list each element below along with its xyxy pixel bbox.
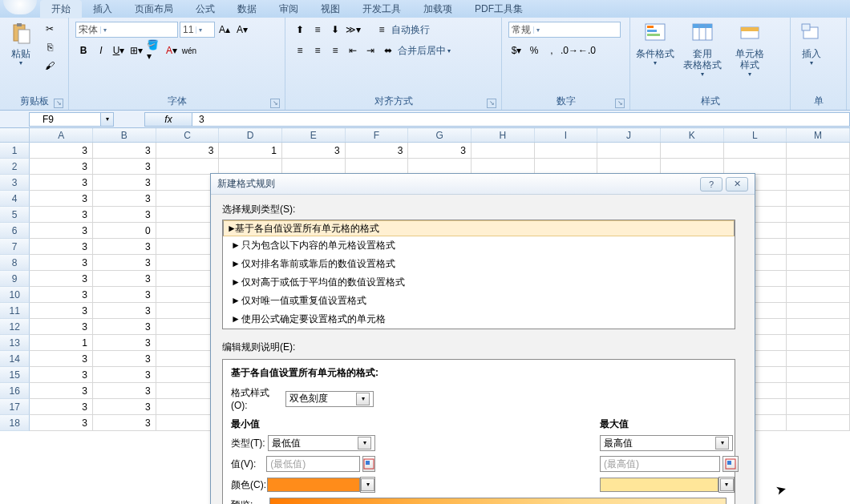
rule-type-item[interactable]: ► 使用公式确定要设置格式的单元格 — [223, 310, 735, 329]
row-header[interactable]: 16 — [0, 383, 30, 399]
cell[interactable]: 3 — [30, 239, 93, 255]
cell[interactable] — [787, 319, 850, 335]
cell[interactable] — [787, 335, 850, 351]
row-header[interactable]: 8 — [0, 255, 30, 271]
row-header[interactable]: 9 — [0, 271, 30, 287]
merge-center-icon[interactable]: ⬌ — [380, 42, 396, 58]
column-header[interactable]: I — [535, 128, 598, 142]
cell[interactable]: 3 — [156, 143, 220, 159]
cell[interactable]: 3 — [93, 399, 156, 415]
column-header[interactable]: G — [408, 128, 472, 142]
row-header[interactable]: 18 — [0, 415, 30, 431]
cell[interactable] — [597, 159, 661, 175]
wrap-text-icon[interactable]: ≡ — [374, 22, 390, 38]
max-type-select[interactable]: 最高值▾ — [600, 435, 733, 451]
cell[interactable] — [724, 143, 787, 159]
cell[interactable]: 1 — [219, 143, 282, 159]
cell[interactable]: 3 — [346, 143, 409, 159]
orientation-icon[interactable]: ≫▾ — [345, 22, 361, 38]
cell[interactable] — [787, 399, 850, 415]
cell[interactable] — [535, 159, 598, 175]
percent-icon[interactable]: % — [526, 42, 542, 58]
rule-type-item[interactable]: ► 仅对排名靠前或靠后的数值设置格式 — [223, 255, 735, 273]
border-icon[interactable]: ⊞▾ — [128, 42, 144, 58]
cell[interactable]: 3 — [93, 287, 156, 303]
decrease-font-icon[interactable]: A▾ — [234, 22, 250, 38]
number-format-combo[interactable]: 常规▾ — [508, 22, 621, 38]
cell[interactable]: 3 — [30, 383, 93, 399]
cell[interactable]: 3 — [93, 351, 156, 367]
rule-type-list[interactable]: ► 基于各自值设置所有单元格的格式► 只为包含以下内容的单元格设置格式► 仅对排… — [222, 220, 735, 329]
column-header[interactable]: E — [282, 128, 346, 142]
max-value-input[interactable]: (最高值) — [600, 456, 720, 472]
cell[interactable] — [787, 287, 850, 303]
cell[interactable]: 3 — [30, 175, 93, 191]
align-right-icon[interactable]: ≡ — [327, 42, 343, 58]
cell[interactable] — [597, 143, 661, 159]
align-bottom-icon[interactable]: ⬇ — [327, 22, 343, 38]
cell[interactable]: 3 — [30, 351, 93, 367]
cell[interactable]: 3 — [93, 319, 156, 335]
formula-input[interactable]: 3 — [192, 112, 850, 127]
underline-icon[interactable]: U▾ — [111, 42, 127, 58]
tab-addins[interactable]: 加载项 — [412, 0, 463, 18]
rule-type-item[interactable]: ► 仅对唯一值或重复值设置格式 — [223, 292, 735, 310]
cell[interactable]: 3 — [30, 223, 93, 239]
cut-icon[interactable]: ✂ — [42, 21, 58, 37]
cell[interactable]: 3 — [30, 319, 93, 335]
accounting-icon[interactable]: $▾ — [508, 42, 524, 58]
tab-formulas[interactable]: 公式 — [184, 0, 226, 18]
column-header[interactable]: D — [219, 128, 282, 142]
tab-layout[interactable]: 页面布局 — [123, 0, 184, 18]
row-header[interactable]: 15 — [0, 367, 30, 383]
cell[interactable]: 3 — [408, 143, 472, 159]
cell[interactable]: 1 — [30, 335, 93, 351]
dialog-launcher-icon[interactable]: ↘ — [487, 99, 496, 108]
dialog-launcher-icon[interactable]: ↘ — [270, 99, 280, 108]
cell[interactable]: 3 — [282, 143, 346, 159]
cell[interactable] — [787, 255, 850, 271]
cell[interactable]: 3 — [30, 303, 93, 319]
select-all-corner[interactable] — [0, 128, 30, 142]
range-picker-icon[interactable] — [362, 456, 375, 472]
cell[interactable]: 3 — [30, 143, 93, 159]
fx-button[interactable]: fx — [144, 112, 192, 127]
cell[interactable] — [724, 159, 787, 175]
min-color-dropdown[interactable]: ▾ — [360, 477, 375, 493]
italic-icon[interactable]: I — [93, 42, 109, 58]
column-header[interactable]: J — [597, 128, 661, 142]
cell[interactable] — [787, 175, 850, 191]
tab-data[interactable]: 数据 — [226, 0, 268, 18]
row-header[interactable]: 10 — [0, 287, 30, 303]
column-header[interactable]: C — [156, 128, 220, 142]
column-header[interactable]: L — [724, 128, 787, 142]
cell[interactable] — [787, 143, 850, 159]
tab-review[interactable]: 审阅 — [268, 0, 310, 18]
row-header[interactable]: 1 — [0, 143, 30, 159]
comma-icon[interactable]: , — [544, 42, 560, 58]
cell[interactable] — [787, 159, 850, 175]
row-header[interactable]: 14 — [0, 351, 30, 367]
fill-color-icon[interactable]: 🪣▾ — [146, 42, 162, 58]
column-header[interactable]: A — [30, 128, 93, 142]
cell[interactable]: 0 — [93, 223, 156, 239]
row-header[interactable]: 17 — [0, 399, 30, 415]
row-header[interactable]: 4 — [0, 191, 30, 207]
cell[interactable]: 3 — [93, 175, 156, 191]
align-middle-icon[interactable]: ≡ — [310, 22, 326, 38]
insert-cells-button[interactable]: 插入▾ — [794, 19, 829, 68]
max-color-swatch[interactable] — [600, 478, 718, 492]
cell[interactable]: 3 — [30, 399, 93, 415]
cell[interactable] — [787, 207, 850, 223]
increase-font-icon[interactable]: A▴ — [217, 22, 233, 38]
cell[interactable]: 3 — [30, 271, 93, 287]
decrease-decimal-icon[interactable]: ←.0 — [579, 42, 595, 58]
tab-dev[interactable]: 开发工具 — [351, 0, 412, 18]
row-header[interactable]: 5 — [0, 207, 30, 223]
close-button[interactable]: ✕ — [726, 177, 748, 192]
font-name-combo[interactable]: 宋体▾ — [75, 22, 178, 38]
row-header[interactable]: 7 — [0, 239, 30, 255]
cell[interactable] — [787, 303, 850, 319]
dialog-launcher-icon[interactable]: ↘ — [615, 99, 625, 108]
cell[interactable]: 3 — [30, 159, 93, 175]
